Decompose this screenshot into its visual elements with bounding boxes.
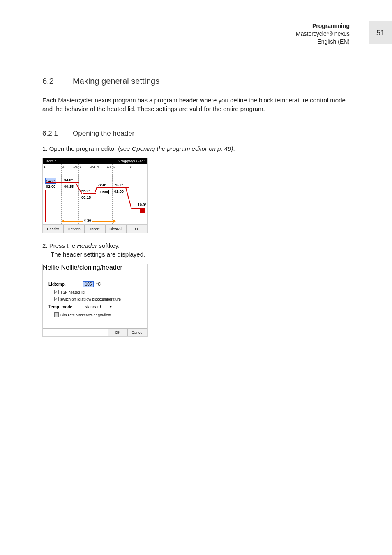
titlebar-left: _admin [44,159,57,163]
simulate-gradient-checkbox[interactable] [54,312,59,317]
dlg-footer: OK Cancel [43,328,147,336]
lidtemp-input[interactable]: 105 [83,281,94,287]
step-2-sub: The header settings are displayed. [51,251,350,258]
simulate-gradient-label: Simulate Mastercycler gradient [60,313,111,317]
titlebar-right: Greg/prog00/edit [118,159,145,163]
section-title: Making general settings [73,76,159,86]
softkey-header[interactable]: Header [43,225,64,233]
step-col-2: 2 1/3 94.0° 00:15 [62,164,79,224]
section-heading: 6.2 Making general settings [42,76,350,86]
lidtemp-unit: °C [96,282,101,287]
section-number: 6.2 [42,76,59,86]
tsp-heated-lid-checkbox[interactable] [54,290,59,294]
softkey-options[interactable]: Options [64,225,85,233]
softkey-insert[interactable]: Insert [85,225,106,233]
dlg-titlebar: Nellie Nellie/cloning/header [43,264,147,271]
titlebar: _admin Greg/prog00/edit [43,158,147,164]
loop-arrow-left-icon [62,220,64,223]
subsection-title: Opening the header [73,130,134,138]
step-col-4: 4 3/3 72.0° 00:30 [96,164,113,224]
step5-time: 01:00 [114,190,124,194]
step1-time: 02:00 [46,185,55,189]
softkey-row: Header Options Insert ClearAll >> [43,225,147,233]
cancel-button[interactable]: Cancel [127,329,147,336]
dlg-titlebar-right: Nellie/cloning/header [61,264,122,271]
tempmode-select[interactable]: standard ▼ [83,304,114,310]
tsp-heated-lid-label: TSP heated lid [60,290,85,294]
switchoff-lid-checkbox[interactable] [54,297,59,301]
step4-time: 00:30 [98,190,109,194]
subsection-heading: 6.2.1 Opening the header [42,130,350,138]
dlg-titlebar-left: Nellie [43,264,59,271]
softkey-clearall[interactable]: ClearAll [106,225,127,233]
step3-time: 00:15 [81,195,91,199]
step-col-5: 5 72.0° 01:00 [113,164,129,224]
step4-temp: 72.0° [98,183,106,187]
step-col-1: 1 94.0° 02:00 [43,164,62,224]
lidtemp-label: Lidtemp. [48,282,81,287]
subsection-number: 6.2.1 [42,130,61,138]
hold-icon [140,209,145,213]
step6-temp: 10.0° [138,203,146,207]
header-dialog-screenshot: Nellie Nellie/cloning/header Lidtemp. 10… [42,264,148,337]
step-2: 2. Press the Header softkey. The header … [42,242,350,258]
step-1: 1. Open the program editor (see Opening … [42,145,350,152]
step-col-3: 3 2/3 55.0° 00:15 [79,164,96,224]
program-graph: 1 94.0° 02:00 2 1/3 94.0° 00:15 3 2/3 55… [43,164,147,225]
step2-temp: 94.0° [64,178,73,182]
loop-arrow-right-icon [113,220,116,223]
page-number-badge: 51 [369,21,392,44]
switchoff-lid-label: switch off lid at low blocktemperature [60,297,121,301]
tempmode-label: Temp. mode [48,305,81,309]
step-col-6: 6 10.0° [129,164,147,224]
ok-button[interactable]: OK [108,329,127,336]
page-number: 51 [376,29,385,37]
softkey-more[interactable]: >> [127,225,147,233]
step2-time: 00:15 [64,185,74,189]
loop-label: × 30 [83,218,92,222]
program-editor-screenshot: _admin Greg/prog00/edit 1 94.0° 02:00 2 … [42,158,148,233]
chevron-down-icon: ▼ [109,305,112,308]
step5-temp: 72.0° [114,183,123,187]
step3-temp: 55.0° [81,189,90,193]
section-intro: Each Mastercycler nexus program has a pr… [42,96,346,113]
